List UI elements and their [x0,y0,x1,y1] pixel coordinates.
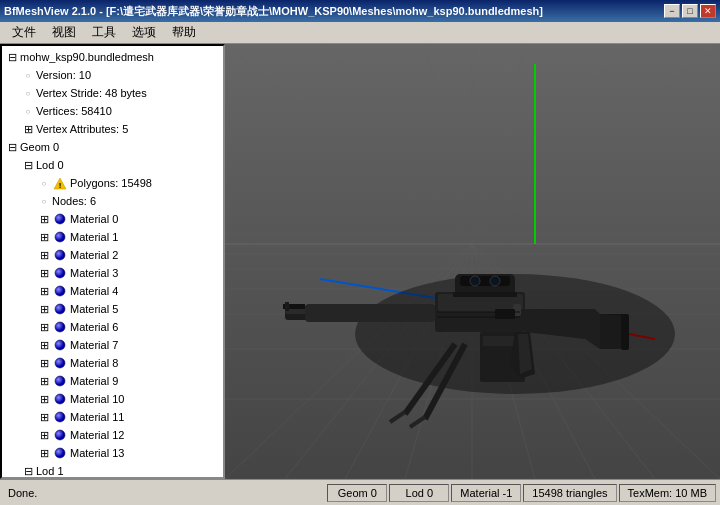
tree-label: Material 0 [70,213,118,225]
svg-rect-70 [460,276,510,286]
tree-item-mat0_5[interactable]: Material 5 [4,300,221,318]
tree-expand-plus[interactable] [36,283,52,299]
tree-label: Lod 0 [36,159,64,171]
sphere-icon [52,373,68,389]
svg-point-15 [55,448,65,458]
tree-label: Material 9 [70,375,118,387]
tree-label: Material 10 [70,393,124,405]
tree-item-mat0_2[interactable]: Material 2 [4,246,221,264]
tree-item-lod0[interactable]: Lod 0 [4,156,221,174]
tree-item-mat0_6[interactable]: Material 6 [4,318,221,336]
tree-container: mohw_ksp90.bundledmeshVersion: 10Vertex … [2,46,223,479]
tree-expand-minus[interactable] [20,463,36,479]
grid-canvas [225,44,720,479]
tree-expand-plus[interactable] [36,319,52,335]
tree-label: Material 5 [70,303,118,315]
menu-help[interactable]: 帮助 [164,22,204,43]
tree-expand-plus[interactable] [36,427,52,443]
tree-expand-plus[interactable] [36,229,52,245]
tree-label: Material 11 [70,411,124,423]
menu-options[interactable]: 选项 [124,22,164,43]
tree-expand-minus[interactable] [4,139,20,155]
tree-item-mat0_7[interactable]: Material 7 [4,336,221,354]
tree-item-mat0_11[interactable]: Material 11 [4,408,221,426]
sphere-icon [52,247,68,263]
tree-item-geom0[interactable]: Geom 0 [4,138,221,156]
viewport[interactable] [225,44,720,479]
tree-expand-plus[interactable] [36,445,52,461]
tree-item-mat0_4[interactable]: Material 4 [4,282,221,300]
sphere-icon [52,265,68,281]
tree-item-poly0[interactable]: !Polygons: 15498 [4,174,221,192]
svg-rect-73 [453,292,517,297]
svg-rect-77 [621,314,629,350]
tree-expand-plus[interactable] [36,337,52,353]
sphere-icon [52,445,68,461]
tree-expand-minus[interactable] [4,49,20,65]
tree-expand-dot [20,103,36,119]
tree-expand-dot [20,67,36,83]
tree-label: Version: 10 [36,69,91,81]
menu-view[interactable]: 视图 [44,22,84,43]
tree-item-mat0_12[interactable]: Material 12 [4,426,221,444]
minimize-button[interactable]: − [664,4,680,18]
tree-expand-plus[interactable] [36,391,52,407]
tree-item-mohw[interactable]: mohw_ksp90.bundledmesh [4,48,221,66]
sphere-icon [52,391,68,407]
status-triangles: 15498 triangles [523,484,616,502]
svg-point-2 [55,214,65,224]
tree-expand-dot [36,175,52,191]
tree-item-nodes0[interactable]: Nodes: 6 [4,192,221,210]
tree-label: Vertex Attributes: 5 [36,123,128,135]
tree-expand-plus[interactable] [36,409,52,425]
title-bar: BfMeshView 2.1.0 - [F:\遣宅武器库武器\荣誉勋章战士\MO… [0,0,720,22]
svg-text:!: ! [59,181,62,190]
tree-item-mat0_10[interactable]: Material 10 [4,390,221,408]
tree-item-mat0_9[interactable]: Material 9 [4,372,221,390]
tree-expand-plus[interactable] [36,355,52,371]
tree-expand-plus[interactable] [36,265,52,281]
sphere-icon [52,229,68,245]
tree-label: Vertices: 58410 [36,105,112,117]
sphere-icon [52,319,68,335]
tree-item-mat0_1[interactable]: Material 1 [4,228,221,246]
tree-label: Material 1 [70,231,118,243]
menu-file[interactable]: 文件 [4,22,44,43]
close-button[interactable]: ✕ [700,4,716,18]
tree-item-mat0_3[interactable]: Material 3 [4,264,221,282]
menu-bar: 文件 视图 工具 选项 帮助 [0,22,720,44]
warning-icon: ! [52,175,68,191]
tree-item-mat0_0[interactable]: Material 0 [4,210,221,228]
tree-item-mat0_8[interactable]: Material 8 [4,354,221,372]
status-bar: Done. Geom 0 Lod 0 Material -1 15498 tri… [0,479,720,505]
status-lod: Lod 0 [389,484,449,502]
tree-label: Material 8 [70,357,118,369]
tree-expand-plus[interactable] [20,121,36,137]
tree-expand-plus[interactable] [36,247,52,263]
tree-expand-minus[interactable] [20,157,36,173]
tree-expand-plus[interactable] [36,301,52,317]
svg-point-13 [55,412,65,422]
maximize-button[interactable]: □ [682,4,698,18]
tree-item-lod1[interactable]: Lod 1 [4,462,221,479]
svg-rect-64 [305,304,435,322]
tree-label: Material 4 [70,285,118,297]
tree-label: Material 12 [70,429,124,441]
tree-item-vertices[interactable]: Vertices: 58410 [4,102,221,120]
tree-item-mat0_13[interactable]: Material 13 [4,444,221,462]
tree-item-version[interactable]: Version: 10 [4,66,221,84]
tree-expand-plus[interactable] [36,211,52,227]
svg-point-14 [55,430,65,440]
tree-label: Vertex Stride: 48 bytes [36,87,147,99]
menu-tools[interactable]: 工具 [84,22,124,43]
tree-expand-plus[interactable] [36,373,52,389]
tree-label: Lod 1 [36,465,64,477]
tree-panel[interactable]: mohw_ksp90.bundledmeshVersion: 10Vertex … [0,44,225,479]
sphere-icon [52,337,68,353]
title-buttons: − □ ✕ [664,4,716,18]
status-texmem: TexMem: 10 MB [619,484,716,502]
svg-point-11 [55,376,65,386]
tree-item-stride[interactable]: Vertex Stride: 48 bytes [4,84,221,102]
tree-label: Polygons: 15498 [70,177,152,189]
tree-item-vattribs[interactable]: Vertex Attributes: 5 [4,120,221,138]
